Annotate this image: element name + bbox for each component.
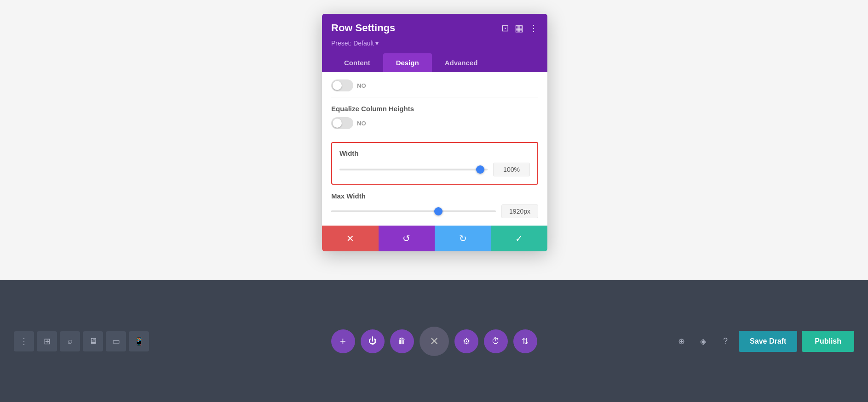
search-btn[interactable]: ⌕	[60, 331, 80, 351]
add-btn[interactable]: +	[331, 329, 355, 353]
width-label: Width	[339, 149, 530, 157]
mobile-btn[interactable]: 📱	[129, 331, 149, 351]
toggle-above-container: NO	[331, 79, 538, 91]
mobile-icon: 📱	[134, 336, 144, 346]
sort-btn[interactable]: ⇅	[513, 329, 537, 353]
layers-icon: ◈	[700, 336, 707, 346]
tablet-icon: ▭	[112, 336, 120, 346]
equalize-toggle[interactable]	[331, 117, 353, 129]
equalize-section: Equalize Column Heights NO	[331, 97, 538, 135]
desktop-btn[interactable]: 🖥	[83, 331, 103, 351]
close-large-btn[interactable]: ✕	[420, 327, 449, 356]
grid-btn[interactable]: ⊞	[37, 331, 57, 351]
toggle-above-row: NO	[331, 72, 538, 97]
save-draft-button[interactable]: Save Draft	[739, 331, 797, 352]
max-width-slider-thumb[interactable]	[434, 207, 443, 215]
max-width-slider-fill	[331, 210, 438, 212]
cancel-button[interactable]: ✕	[322, 226, 379, 251]
panel-body: NO Equalize Column Heights NO Width	[322, 72, 547, 251]
max-width-slider-track[interactable]	[331, 210, 496, 212]
bottom-toolbar-right: ⊕ ◈ ? Save Draft Publish	[673, 331, 854, 352]
grid-icon: ⊞	[44, 336, 51, 346]
history-btn[interactable]: ⏱	[484, 329, 508, 353]
close-icon: ✕	[430, 335, 439, 348]
gear-icon: ⚙	[463, 336, 470, 346]
row-settings-panel: Row Settings ⊡ ▦ ⋮ Preset: Default ▾ Con…	[322, 14, 547, 251]
toggle-above-knob	[333, 81, 342, 90]
width-slider-fill	[339, 169, 480, 170]
zoom-btn[interactable]: ⊕	[673, 333, 690, 350]
redo-button[interactable]: ↻	[435, 226, 491, 251]
equalize-toggle-knob	[333, 119, 342, 128]
max-width-slider-row	[331, 204, 538, 218]
max-width-input[interactable]	[501, 204, 538, 218]
columns-icon[interactable]: ▦	[515, 23, 523, 34]
width-input[interactable]	[493, 163, 530, 176]
max-width-section: Max Width	[331, 192, 538, 226]
sort-icon: ⇅	[522, 336, 529, 346]
max-width-label: Max Width	[331, 192, 538, 200]
width-section: Width	[331, 142, 538, 185]
more-options-btn[interactable]: ⋮	[14, 331, 34, 351]
search-icon: ⌕	[68, 336, 73, 346]
panel-title-row: Row Settings ⊡ ▦ ⋮	[331, 22, 538, 34]
power-btn[interactable]: ⏻	[361, 329, 385, 353]
zoom-icon: ⊕	[678, 336, 685, 346]
expand-icon[interactable]: ⊡	[501, 23, 509, 34]
width-slider-track[interactable]	[339, 169, 488, 170]
save-button[interactable]: ✓	[491, 226, 548, 251]
toggle-above[interactable]	[331, 79, 353, 91]
bottom-toolbar: ⋮ ⊞ ⌕ 🖥 ▭ 📱 + ⏻ 🗑 ✕ ⚙	[0, 280, 868, 402]
panel-header: Row Settings ⊡ ▦ ⋮ Preset: Default ▾ Con…	[322, 14, 547, 72]
power-icon: ⏻	[368, 336, 377, 346]
bottom-toolbar-left: ⋮ ⊞ ⌕ 🖥 ▭ 📱	[14, 331, 149, 351]
tablet-btn[interactable]: ▭	[106, 331, 126, 351]
width-slider-thumb[interactable]	[476, 165, 484, 174]
panel-title: Row Settings	[331, 22, 395, 34]
publish-button[interactable]: Publish	[802, 331, 854, 352]
undo-button[interactable]: ↺	[379, 226, 435, 251]
toggle-above-label: NO	[357, 82, 366, 89]
width-slider-row	[339, 163, 530, 176]
help-icon: ?	[723, 336, 728, 346]
panel-footer: ✕ ↺ ↻ ✓	[322, 226, 547, 251]
help-btn[interactable]: ?	[717, 333, 734, 350]
add-icon: +	[340, 335, 346, 347]
tab-content[interactable]: Content	[331, 53, 383, 72]
trash-icon: 🗑	[398, 336, 406, 346]
panel-tabs: Content Design Advanced	[331, 53, 538, 72]
panel-scroll: NO Equalize Column Heights NO Width	[322, 72, 547, 226]
more-options-icon[interactable]: ⋮	[529, 23, 538, 34]
trash-btn[interactable]: 🗑	[390, 329, 414, 353]
gear-btn[interactable]: ⚙	[454, 329, 478, 353]
equalize-label: Equalize Column Heights	[331, 105, 538, 113]
tab-advanced[interactable]: Advanced	[432, 53, 491, 72]
bottom-toolbar-center: + ⏻ 🗑 ✕ ⚙ ⏱ ⇅	[331, 327, 537, 356]
desktop-icon: 🖥	[89, 336, 97, 346]
panel-header-icons: ⊡ ▦ ⋮	[501, 23, 538, 34]
equalize-toggle-label: NO	[357, 120, 366, 127]
history-icon: ⏱	[492, 336, 500, 346]
layers-btn[interactable]: ◈	[695, 333, 712, 350]
more-options-icon: ⋮	[20, 336, 28, 346]
panel-preset[interactable]: Preset: Default ▾	[331, 40, 538, 47]
equalize-toggle-container: NO	[331, 117, 538, 129]
tab-design[interactable]: Design	[383, 53, 432, 72]
